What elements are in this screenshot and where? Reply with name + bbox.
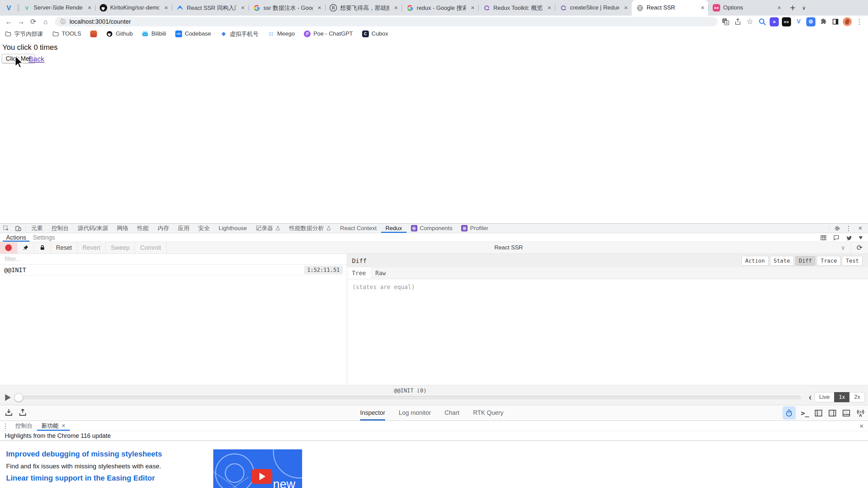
slider-thumb[interactable] — [14, 393, 23, 402]
tab-components[interactable]: Components — [407, 224, 457, 233]
bookmark-poe[interactable]: P Poe - ChatGPT — [304, 30, 353, 37]
record-button[interactable] — [0, 242, 17, 253]
new-tab-button[interactable]: + — [785, 3, 801, 13]
vue-devtools-icon[interactable]: V — [794, 17, 803, 26]
pinned-tab[interactable]: V — [0, 0, 18, 16]
forward-icon[interactable]: → — [15, 16, 27, 27]
close-devtools-icon[interactable]: × — [855, 224, 865, 232]
tab-elements[interactable]: 元素 — [27, 224, 47, 233]
tab-redux-createslice[interactable]: createSlice | Redux Toolkit --- × — [555, 0, 632, 16]
tab-profiler[interactable]: Profiler — [457, 224, 493, 233]
tab-security[interactable]: 安全 — [194, 224, 214, 233]
tab-search-chevron-icon[interactable]: ∨ — [802, 5, 806, 11]
tab-application[interactable]: 应用 — [174, 224, 194, 233]
translate-icon[interactable]: GA — [721, 17, 730, 26]
close-icon[interactable]: × — [239, 4, 246, 12]
tampermonkey-like-extension-icon[interactable]: » — [770, 17, 779, 26]
video-thumbnail[interactable]: new — [213, 449, 302, 488]
remote-icon[interactable]: A — [856, 408, 865, 418]
tab-react-context[interactable]: React Context — [336, 224, 381, 233]
tab-recorder[interactable]: 记录器 — [251, 224, 285, 233]
drawer-tab-whats-new[interactable]: 新功能 × — [37, 421, 70, 431]
tab-performance[interactable]: 性能 — [133, 224, 153, 233]
commit-button[interactable]: Commit — [135, 242, 166, 253]
tab-sources[interactable]: 源代码/来源 — [73, 224, 113, 233]
layout-left-icon[interactable] — [814, 409, 823, 418]
article-title[interactable]: Improved debugging of missing stylesheet… — [6, 450, 162, 459]
export-icon[interactable] — [4, 408, 13, 417]
monitor-tab-inspector[interactable]: Inspector — [360, 405, 385, 421]
reading-mode-icon[interactable] — [831, 17, 840, 26]
device-toolbar-icon[interactable] — [12, 224, 24, 233]
back-icon[interactable]: ← — [3, 16, 15, 27]
close-icon[interactable]: × — [316, 4, 323, 12]
address-bar[interactable]: ⓘ localhost:3001/counter — [55, 17, 717, 26]
mode-test-button[interactable]: Test — [842, 256, 863, 266]
tab-google-search-ssr[interactable]: ssr 数据注水 - Google 搜索 × — [249, 0, 325, 16]
goggles-extension-icon[interactable]: oo — [782, 17, 791, 26]
tab-github-repo[interactable]: KiritoKing/ssr-demo × — [95, 0, 172, 16]
monitor-tab-log-monitor[interactable]: Log monitor — [399, 405, 431, 421]
inspect-element-icon[interactable] — [0, 224, 12, 233]
timeline-slider[interactable] — [16, 396, 801, 399]
bookmark-codebase[interactable]: </> Codebase — [175, 30, 211, 37]
site-info-icon[interactable]: ⓘ — [60, 18, 66, 25]
tab-redux-toolkit-overview[interactable]: Redux Toolkit: 概览 | Redux 中 × — [478, 0, 555, 16]
mode-state-button[interactable]: State — [770, 256, 794, 266]
table-view-icon[interactable] — [820, 235, 827, 241]
layout-bottom-icon[interactable] — [842, 409, 851, 418]
profile-avatar[interactable] — [843, 17, 852, 26]
tab-blog-article[interactable]: B 想要飞得高，那就把地平线忘掉 × — [325, 0, 402, 16]
import-icon[interactable] — [18, 408, 27, 417]
monitor-tab-chart[interactable]: Chart — [445, 405, 459, 421]
tab-react-ssr-active[interactable]: React SSR × — [632, 0, 708, 16]
tab-console[interactable]: 控制台 — [47, 224, 73, 233]
sweep-button[interactable]: Sweep — [106, 242, 135, 253]
bookmark-bilibili[interactable]: Bilibili — [142, 30, 166, 37]
bookmark-star-icon[interactable]: ☆ — [745, 17, 754, 26]
share-icon[interactable] — [733, 17, 742, 26]
mode-diff-button[interactable]: Diff — [795, 256, 816, 266]
view-tab-raw[interactable]: Raw — [371, 267, 391, 279]
pin-button[interactable] — [17, 242, 34, 253]
step-back-icon[interactable]: ‹ — [809, 392, 812, 403]
speed-2x-button[interactable]: 2x — [849, 392, 865, 402]
close-icon[interactable]: × — [622, 4, 630, 12]
monitor-tab-rtk-query[interactable]: RTK Query — [473, 405, 504, 421]
search-extension-icon[interactable] — [757, 17, 767, 26]
dispatcher-icon[interactable]: >_ — [801, 409, 809, 417]
tab-options[interactable]: Options × — [708, 0, 785, 16]
redux-tab-actions[interactable]: Actions — [3, 233, 29, 242]
youtube-play-icon[interactable] — [251, 469, 272, 484]
devtools-extension-icon[interactable]: ⚙ — [806, 17, 815, 26]
bookmark-folder-bytedance[interactable]: 字节内部课 — [5, 30, 43, 38]
sync-button[interactable]: ⟳ — [851, 242, 868, 253]
filter-input[interactable] — [0, 256, 347, 263]
bookmark-folder-tools[interactable]: TOOLS — [52, 30, 81, 37]
lock-button[interactable] — [34, 242, 51, 253]
heart-icon[interactable]: ♥ — [859, 234, 863, 241]
tab-redux[interactable]: Redux — [381, 224, 407, 233]
article-title[interactable]: Linear timing support in the Easing Edit… — [6, 474, 155, 483]
reload-icon[interactable]: ⟳ — [27, 16, 39, 27]
action-list-item[interactable]: @@INIT 1:52:11.51 — [0, 265, 347, 276]
back-link[interactable]: Back — [28, 55, 44, 63]
redux-tab-settings[interactable]: Settings — [29, 233, 58, 242]
tab-network[interactable]: 网络 — [113, 224, 133, 233]
close-icon[interactable]: × — [775, 4, 783, 12]
close-drawer-icon[interactable]: × — [855, 421, 868, 431]
home-icon[interactable]: ⌂ — [39, 16, 52, 27]
bookmark-meego[interactable]: ∷ Meego — [268, 30, 295, 37]
tab-memory[interactable]: 内存 — [153, 224, 174, 233]
slider-toggle-button[interactable] — [783, 406, 796, 420]
devtools-menu-icon[interactable]: ⋮ — [844, 224, 854, 232]
drawer-menu-icon[interactable]: ⋮ — [0, 421, 11, 431]
close-icon[interactable]: × — [699, 4, 706, 12]
bookmark-virtual-phone[interactable]: ❖ 虚拟手机号 — [220, 30, 258, 38]
bookmark-cubox[interactable]: C Cubox — [362, 30, 388, 37]
bookmark-unlabeled[interactable] — [90, 30, 97, 37]
feedback-icon[interactable] — [833, 235, 840, 241]
tab-ssr-guide[interactable]: V Server-Side Rendering (SSR) | × — [19, 0, 95, 16]
reset-button[interactable]: Reset — [51, 242, 77, 253]
gear-icon[interactable] — [832, 225, 842, 231]
